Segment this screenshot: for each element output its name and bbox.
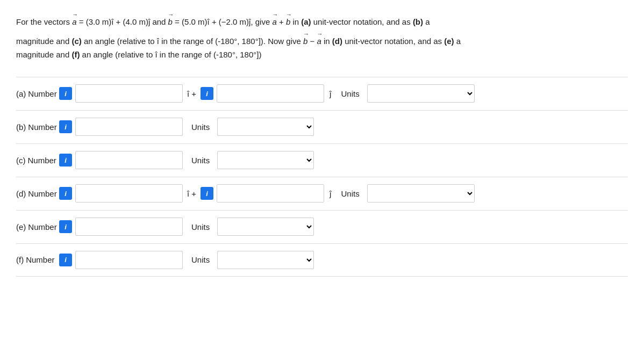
row-d-word: Number [28, 189, 56, 198]
row-d: (d) Number i î + i ĵ Units [16, 177, 628, 210]
row-e-unit-select[interactable] [217, 218, 314, 236]
row-e-input[interactable] [75, 218, 183, 236]
row-c-word: Number [28, 156, 56, 165]
row-f-units-label: Units [191, 255, 210, 264]
answer-rows: (a) Number i î + i ĵ Units (b) Number i … [16, 77, 628, 277]
row-a-info-btn-2[interactable]: i [201, 87, 213, 100]
row-d-j-hat: ĵ [330, 189, 331, 198]
row-b-info-btn[interactable]: i [59, 120, 72, 133]
problem-text: For the vectors →a = (3.0 m)î + (4.0 m)ĵ… [16, 10, 628, 62]
row-f-info-btn[interactable]: i [59, 254, 72, 266]
row-c-label: (c) Number [16, 156, 59, 165]
row-d-info-btn-2[interactable]: i [201, 187, 213, 200]
row-f-input[interactable] [75, 251, 183, 269]
row-b: (b) Number i Units [16, 110, 628, 143]
row-d-unit-select[interactable] [367, 184, 475, 202]
row-a-input-1[interactable] [75, 84, 183, 103]
row-b-unit-select[interactable] [217, 118, 314, 136]
row-a: (a) Number i î + i ĵ Units [16, 77, 628, 110]
row-a-input-2[interactable] [217, 84, 324, 103]
row-d-separator: î + [187, 189, 196, 198]
row-a-content: i î + i ĵ Units [59, 84, 628, 103]
row-b-word: Number [28, 122, 56, 132]
row-d-label: (d) Number [16, 189, 59, 198]
row-a-j-hat: ĵ [330, 89, 331, 98]
row-e-label: (e) Number [16, 222, 59, 232]
row-d-input-1[interactable] [75, 184, 183, 202]
row-f: (f) Number i Units [16, 243, 628, 277]
row-e-part: (e) [16, 222, 26, 232]
row-d-units-label: Units [341, 189, 359, 198]
row-f-content: i Units [59, 251, 628, 269]
row-e-units-label: Units [191, 222, 210, 232]
row-f-label: (f) Number [16, 255, 59, 264]
row-a-part: (a) [16, 89, 26, 98]
row-b-content: i Units [59, 118, 628, 136]
row-e-info-btn[interactable]: i [59, 220, 72, 233]
row-e: (e) Number i Units [16, 210, 628, 243]
row-b-label: (b) Number [16, 122, 59, 132]
row-d-input-2[interactable] [217, 184, 324, 202]
row-e-word: Number [28, 222, 56, 232]
row-a-separator: î + [187, 89, 196, 98]
row-c-unit-select[interactable] [217, 151, 314, 169]
row-d-content: i î + i ĵ Units [59, 184, 628, 202]
row-c-units-label: Units [191, 156, 210, 165]
row-e-content: i Units [59, 218, 628, 236]
row-a-info-btn-1[interactable]: i [59, 87, 72, 100]
row-a-word: Number [28, 89, 56, 98]
row-a-units-label: Units [341, 89, 359, 98]
row-a-label: (a) Number [16, 89, 59, 98]
row-c-part: (c) [16, 156, 26, 165]
row-f-part: (f) [16, 255, 24, 264]
row-d-part: (d) [16, 189, 26, 198]
row-b-units-label: Units [191, 122, 210, 132]
row-b-input[interactable] [75, 118, 183, 136]
row-f-word: Number [26, 255, 54, 264]
row-c-content: i Units [59, 151, 628, 169]
row-f-unit-select[interactable] [217, 251, 314, 269]
row-a-unit-select[interactable] [367, 84, 475, 103]
row-b-part: (b) [16, 122, 26, 132]
row-d-info-btn-1[interactable]: i [59, 187, 72, 200]
row-c-info-btn[interactable]: i [59, 154, 72, 167]
row-c-input[interactable] [75, 151, 183, 169]
row-c: (c) Number i Units [16, 143, 628, 177]
